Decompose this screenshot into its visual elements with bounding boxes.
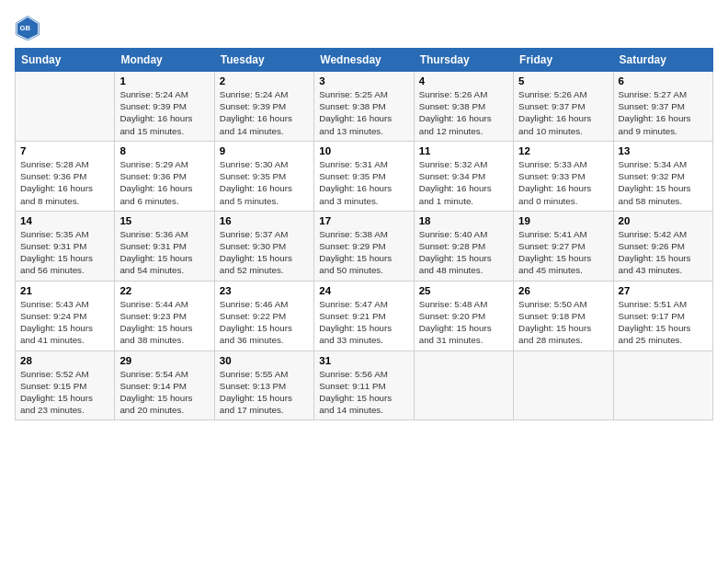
day-cell: 18Sunrise: 5:40 AM Sunset: 9:28 PM Dayli… [414, 211, 513, 281]
day-cell: 15Sunrise: 5:36 AM Sunset: 9:31 PM Dayli… [115, 211, 214, 281]
day-cell [16, 72, 115, 142]
day-number: 30 [220, 355, 309, 366]
day-cell: 27Sunrise: 5:51 AM Sunset: 9:17 PM Dayli… [613, 281, 712, 350]
day-number: 27 [619, 285, 708, 296]
day-info: Sunrise: 5:48 AM Sunset: 9:20 PM Dayligh… [419, 298, 508, 347]
day-header-monday: Monday [115, 49, 214, 72]
day-number: 2 [220, 75, 309, 86]
day-number: 17 [319, 215, 408, 226]
day-cell: 13Sunrise: 5:34 AM Sunset: 9:32 PM Dayli… [613, 141, 712, 211]
day-info: Sunrise: 5:46 AM Sunset: 9:22 PM Dayligh… [220, 298, 309, 347]
day-number: 6 [619, 75, 708, 86]
day-number: 1 [119, 75, 209, 86]
day-info: Sunrise: 5:50 AM Sunset: 9:18 PM Dayligh… [518, 298, 608, 347]
day-info: Sunrise: 5:38 AM Sunset: 9:29 PM Dayligh… [319, 228, 408, 277]
day-cell: 23Sunrise: 5:46 AM Sunset: 9:22 PM Dayli… [214, 281, 313, 350]
day-cell: 12Sunrise: 5:33 AM Sunset: 9:33 PM Dayli… [514, 141, 613, 211]
day-info: Sunrise: 5:51 AM Sunset: 9:17 PM Dayligh… [619, 298, 708, 347]
day-number: 21 [20, 285, 109, 296]
day-number: 22 [119, 285, 209, 296]
day-number: 16 [220, 215, 309, 226]
header-row: GB [15, 15, 713, 40]
day-number: 19 [518, 215, 608, 226]
day-cell: 24Sunrise: 5:47 AM Sunset: 9:21 PM Dayli… [314, 281, 414, 350]
week-row-2: 7Sunrise: 5:28 AM Sunset: 9:36 PM Daylig… [16, 141, 713, 211]
day-number: 10 [319, 145, 408, 156]
day-cell: 31Sunrise: 5:56 AM Sunset: 9:11 PM Dayli… [314, 350, 414, 420]
day-number: 12 [518, 145, 608, 156]
day-number: 7 [20, 145, 109, 156]
logo-icon: GB [15, 15, 40, 40]
day-header-tuesday: Tuesday [214, 49, 313, 72]
week-row-5: 28Sunrise: 5:52 AM Sunset: 9:15 PM Dayli… [16, 350, 713, 420]
day-info: Sunrise: 5:47 AM Sunset: 9:21 PM Dayligh… [319, 298, 408, 347]
day-number: 14 [20, 215, 109, 226]
day-info: Sunrise: 5:26 AM Sunset: 9:38 PM Dayligh… [419, 88, 508, 137]
day-header-sunday: Sunday [16, 49, 115, 72]
day-number: 24 [319, 285, 408, 296]
day-info: Sunrise: 5:24 AM Sunset: 9:39 PM Dayligh… [119, 88, 209, 137]
day-cell: 25Sunrise: 5:48 AM Sunset: 9:20 PM Dayli… [414, 281, 513, 350]
day-number: 9 [220, 145, 309, 156]
day-info: Sunrise: 5:28 AM Sunset: 9:36 PM Dayligh… [20, 158, 109, 207]
day-cell: 10Sunrise: 5:31 AM Sunset: 9:35 PM Dayli… [314, 141, 414, 211]
day-cell: 11Sunrise: 5:32 AM Sunset: 9:34 PM Dayli… [414, 141, 513, 211]
day-number: 15 [119, 215, 209, 226]
day-info: Sunrise: 5:27 AM Sunset: 9:37 PM Dayligh… [619, 88, 708, 137]
day-header-saturday: Saturday [613, 49, 712, 72]
day-number: 13 [619, 145, 708, 156]
day-header-friday: Friday [514, 49, 613, 72]
day-cell: 17Sunrise: 5:38 AM Sunset: 9:29 PM Dayli… [314, 211, 414, 281]
day-number: 25 [419, 285, 508, 296]
calendar-table: SundayMondayTuesdayWednesdayThursdayFrid… [15, 48, 713, 420]
day-info: Sunrise: 5:40 AM Sunset: 9:28 PM Dayligh… [419, 228, 508, 277]
day-info: Sunrise: 5:54 AM Sunset: 9:14 PM Dayligh… [119, 368, 209, 417]
week-row-4: 21Sunrise: 5:43 AM Sunset: 9:24 PM Dayli… [16, 281, 713, 350]
day-info: Sunrise: 5:42 AM Sunset: 9:26 PM Dayligh… [619, 228, 708, 277]
day-info: Sunrise: 5:52 AM Sunset: 9:15 PM Dayligh… [20, 368, 109, 417]
day-cell: 7Sunrise: 5:28 AM Sunset: 9:36 PM Daylig… [16, 141, 115, 211]
week-row-3: 14Sunrise: 5:35 AM Sunset: 9:31 PM Dayli… [16, 211, 713, 281]
day-cell: 26Sunrise: 5:50 AM Sunset: 9:18 PM Dayli… [514, 281, 613, 350]
day-info: Sunrise: 5:37 AM Sunset: 9:30 PM Dayligh… [220, 228, 309, 277]
day-number: 28 [20, 355, 109, 366]
day-cell: 20Sunrise: 5:42 AM Sunset: 9:26 PM Dayli… [613, 211, 712, 281]
day-info: Sunrise: 5:34 AM Sunset: 9:32 PM Dayligh… [619, 158, 708, 207]
day-number: 31 [319, 355, 408, 366]
svg-text:GB: GB [20, 24, 31, 32]
day-number: 3 [319, 75, 408, 86]
day-info: Sunrise: 5:43 AM Sunset: 9:24 PM Dayligh… [20, 298, 109, 347]
day-info: Sunrise: 5:35 AM Sunset: 9:31 PM Dayligh… [20, 228, 109, 277]
day-cell: 8Sunrise: 5:29 AM Sunset: 9:36 PM Daylig… [115, 141, 214, 211]
day-number: 18 [419, 215, 508, 226]
day-cell [613, 350, 712, 420]
logo: GB [15, 15, 44, 40]
day-number: 20 [619, 215, 708, 226]
day-number: 29 [119, 355, 209, 366]
day-cell: 30Sunrise: 5:55 AM Sunset: 9:13 PM Dayli… [214, 350, 313, 420]
day-cell [514, 350, 613, 420]
day-cell: 22Sunrise: 5:44 AM Sunset: 9:23 PM Dayli… [115, 281, 214, 350]
day-number: 26 [518, 285, 608, 296]
day-info: Sunrise: 5:32 AM Sunset: 9:34 PM Dayligh… [419, 158, 508, 207]
day-cell: 5Sunrise: 5:26 AM Sunset: 9:37 PM Daylig… [514, 72, 613, 142]
day-cell: 3Sunrise: 5:25 AM Sunset: 9:38 PM Daylig… [314, 72, 414, 142]
day-cell: 29Sunrise: 5:54 AM Sunset: 9:14 PM Dayli… [115, 350, 214, 420]
calendar-container: GB SundayMondayTuesdayWednesdayThursdayF… [0, 0, 728, 428]
day-cell: 1Sunrise: 5:24 AM Sunset: 9:39 PM Daylig… [115, 72, 214, 142]
day-header-wednesday: Wednesday [314, 49, 414, 72]
day-cell: 28Sunrise: 5:52 AM Sunset: 9:15 PM Dayli… [16, 350, 115, 420]
day-header-row: SundayMondayTuesdayWednesdayThursdayFrid… [16, 49, 713, 72]
day-header-thursday: Thursday [414, 49, 513, 72]
day-info: Sunrise: 5:56 AM Sunset: 9:11 PM Dayligh… [319, 368, 408, 417]
day-info: Sunrise: 5:41 AM Sunset: 9:27 PM Dayligh… [518, 228, 608, 277]
day-number: 8 [119, 145, 209, 156]
day-cell: 19Sunrise: 5:41 AM Sunset: 9:27 PM Dayli… [514, 211, 613, 281]
day-number: 23 [220, 285, 309, 296]
day-cell: 6Sunrise: 5:27 AM Sunset: 9:37 PM Daylig… [613, 72, 712, 142]
week-row-1: 1Sunrise: 5:24 AM Sunset: 9:39 PM Daylig… [16, 72, 713, 142]
day-info: Sunrise: 5:26 AM Sunset: 9:37 PM Dayligh… [518, 88, 608, 137]
day-info: Sunrise: 5:44 AM Sunset: 9:23 PM Dayligh… [119, 298, 209, 347]
day-cell: 21Sunrise: 5:43 AM Sunset: 9:24 PM Dayli… [16, 281, 115, 350]
day-info: Sunrise: 5:55 AM Sunset: 9:13 PM Dayligh… [220, 368, 309, 417]
